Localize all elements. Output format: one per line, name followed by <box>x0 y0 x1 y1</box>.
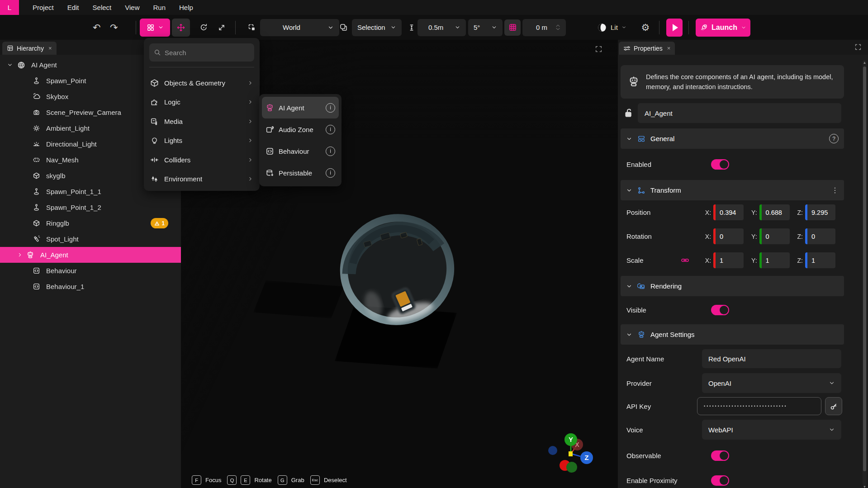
scroll-down-icon[interactable]: ▼ <box>863 485 867 488</box>
move-tool-button[interactable] <box>172 19 190 37</box>
world-space-value: World <box>283 24 300 31</box>
scroll-up-icon[interactable]: ▲ <box>863 61 867 65</box>
menu-item-media[interactable]: Media <box>144 112 260 131</box>
add-object-button[interactable] <box>140 19 170 37</box>
submenu-item-audio-zone[interactable]: Audio Zone i <box>262 118 339 140</box>
menu-item-colliders[interactable]: Colliders <box>144 150 260 170</box>
snap-button[interactable] <box>243 19 260 36</box>
camera-icon <box>33 109 40 116</box>
launch-button[interactable]: Launch <box>696 19 750 37</box>
section-menu-icon[interactable]: ⋮ <box>831 186 839 194</box>
scale-row: Scale X: 1 Y: 1 Z: 1 <box>618 252 862 268</box>
menu-project[interactable]: Project <box>33 4 54 11</box>
help-icon[interactable]: ? <box>829 134 839 143</box>
menu-select[interactable]: Select <box>93 4 112 11</box>
search-input[interactable] <box>165 49 242 57</box>
proximity-toggle[interactable] <box>711 475 729 486</box>
info-icon[interactable]: i <box>326 103 335 113</box>
stepper-arrows[interactable] <box>555 24 560 31</box>
app-logo[interactable]: L <box>0 0 19 15</box>
trees-icon <box>150 175 159 183</box>
agent-name-field[interactable]: Red OpenAI <box>702 349 841 368</box>
ring-object[interactable] <box>329 211 465 337</box>
rotation-row: Rotation X: 0 Y: 0 Z: 0 <box>618 228 862 244</box>
tree-item[interactable]: Spot_Light <box>0 231 181 247</box>
submenu-item-ai-agent[interactable]: AI Agent i <box>262 97 339 118</box>
scale-y-input[interactable]: 1 <box>759 252 790 268</box>
close-icon[interactable]: × <box>48 45 52 52</box>
position-x-input[interactable]: 0.394 <box>713 204 744 220</box>
settings-button[interactable]: ⚙ <box>637 19 654 36</box>
object-name-field[interactable]: AI_Agent <box>638 103 841 123</box>
tab-properties[interactable]: Properties × <box>619 42 675 55</box>
viewport-expand-button[interactable] <box>595 45 602 53</box>
tree-item[interactable]: Spawn_Point_1_2 <box>0 199 181 215</box>
world-space-select[interactable]: World <box>260 19 339 36</box>
info-icon[interactable]: i <box>326 125 335 134</box>
link-icon[interactable] <box>681 256 689 265</box>
menu-edit[interactable]: Edit <box>67 4 79 11</box>
warning-badge[interactable]: 1 <box>151 218 168 228</box>
visible-toggle[interactable] <box>711 305 729 315</box>
lock-button[interactable] <box>623 108 634 118</box>
menu-item-environment[interactable]: Environment <box>144 170 260 189</box>
selection-mode-button[interactable] <box>336 20 351 35</box>
gizmo-neg-z[interactable] <box>548 446 557 455</box>
height-stepper[interactable]: 0 m <box>522 19 566 36</box>
section-transform[interactable]: Transform ⋮ <box>621 180 844 200</box>
scrollbar[interactable]: ▲ ▼ <box>863 60 867 485</box>
section-general[interactable]: General ? <box>621 128 844 149</box>
scrollbar-thumb[interactable] <box>863 66 866 471</box>
measure-button[interactable] <box>404 20 419 35</box>
reveal-api-key-button[interactable] <box>825 397 842 415</box>
menu-item-logic[interactable]: Logic <box>144 93 260 112</box>
rotate-tool-button[interactable] <box>194 19 213 37</box>
chevron-right-icon[interactable] <box>16 252 24 258</box>
scale-tool-button[interactable] <box>213 19 231 37</box>
menu-item-objects-geometry[interactable]: Objects & Geometry <box>144 73 260 93</box>
close-icon[interactable]: × <box>667 45 671 52</box>
menu-search[interactable] <box>149 43 254 62</box>
grid-size-select[interactable]: 0.5m <box>417 19 466 36</box>
tree-item-ai-agent-selected[interactable]: AI_Agent <box>0 247 181 263</box>
properties-expand-button[interactable] <box>854 43 862 51</box>
info-icon[interactable]: i <box>326 147 335 156</box>
section-rendering[interactable]: Rendering <box>621 276 844 296</box>
selection-filter-select[interactable]: Selection <box>352 19 402 36</box>
rotation-y-input[interactable]: 0 <box>759 228 790 244</box>
menu-help[interactable]: Help <box>179 4 193 11</box>
scale-z-input[interactable]: 1 <box>805 252 835 268</box>
shading-mode-select[interactable]: Lit <box>597 15 626 40</box>
submenu-item-persistable[interactable]: Persistable i <box>262 162 339 184</box>
chevron-down-icon[interactable] <box>6 62 14 68</box>
menu-item-lights[interactable]: Lights <box>144 131 260 151</box>
observable-toggle[interactable] <box>711 450 729 461</box>
tree-item[interactable]: Behaviour <box>0 263 181 279</box>
play-button[interactable] <box>666 19 683 37</box>
position-z-input[interactable]: 9.295 <box>805 204 835 220</box>
axis-gizmo[interactable]: X Y Z <box>538 426 611 481</box>
menu-run[interactable]: Run <box>153 4 166 11</box>
grid-toggle-button[interactable] <box>504 19 521 36</box>
angle-snap-select[interactable]: 5° <box>468 19 503 36</box>
redo-icon[interactable]: ↷ <box>110 23 118 32</box>
enabled-toggle[interactable] <box>711 159 729 170</box>
rotation-x-input[interactable]: 0 <box>713 228 744 244</box>
tree-item-ringglb[interactable]: Ringglb 1 <box>0 215 181 231</box>
undo-icon[interactable]: ↶ <box>93 23 101 32</box>
section-agent-settings[interactable]: Agent Settings <box>621 324 844 345</box>
position-y-input[interactable]: 0.688 <box>759 204 790 220</box>
gizmo-origin[interactable] <box>569 451 573 456</box>
scale-x-input[interactable]: 1 <box>713 252 744 268</box>
tab-hierarchy[interactable]: Hierarchy × <box>2 42 57 55</box>
submenu-item-behaviour[interactable]: Behaviour i <box>262 140 339 162</box>
api-key-input[interactable]: •••••••••••••••••••••••••••••• <box>697 397 821 415</box>
tree-item[interactable]: Behaviour_1 <box>0 279 181 294</box>
menu-view[interactable]: View <box>125 4 139 11</box>
chevron-down-icon <box>491 24 497 30</box>
provider-select[interactable]: OpenAI <box>702 373 841 393</box>
voice-select[interactable]: WebAPI <box>702 420 841 440</box>
gizmo-neg-y[interactable] <box>566 462 577 473</box>
rotation-z-input[interactable]: 0 <box>805 228 835 244</box>
info-icon[interactable]: i <box>326 168 335 178</box>
